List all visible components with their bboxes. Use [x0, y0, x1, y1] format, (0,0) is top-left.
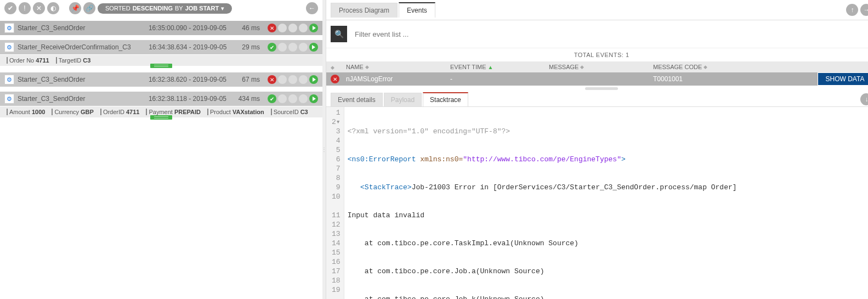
job-name: Starter_ReceiveOrderConfirmation_C3	[18, 43, 131, 51]
tab-process-diagram[interactable]: Process Diagram	[331, 3, 398, 18]
job-name: Starter_C3_SendOrder	[18, 95, 130, 103]
tag: Payment PREPAID	[144, 109, 203, 115]
ok-icon: ✔	[268, 94, 276, 103]
tag: Product VAXstation	[205, 109, 266, 115]
events-table: ◆ NAME ◆ EVENT TIME ▲ MESSAGE ◆ MESSAGE …	[326, 61, 868, 86]
tag: Amount 1000	[4, 109, 47, 115]
job-row[interactable]: ⚙Starter_C3_SendOrder16:32:38.620 - 2019…	[0, 72, 322, 87]
col-name[interactable]: NAME ◆	[346, 64, 450, 70]
play-icon[interactable]	[309, 75, 318, 84]
search-icon[interactable]: 🔍	[331, 26, 347, 42]
placeholder-icon	[288, 75, 297, 84]
job-row[interactable]: ⚙Starter_C3_SendOrder16:35:00.090 - 2019…	[0, 21, 322, 36]
job-row[interactable]: ⚙Starter_C3_SendOrder16:32:38.118 - 2019…	[0, 92, 322, 106]
play-icon[interactable]	[309, 43, 318, 52]
right-tabs: Process Diagram Events ↑ →	[326, 0, 868, 20]
clock-icon[interactable]: ◐	[47, 2, 59, 14]
placeholder-icon	[299, 94, 308, 103]
job-name: Starter_C3_SendOrder	[18, 24, 130, 32]
chevron-down-icon: ▾	[221, 5, 224, 12]
check-icon[interactable]: ✔	[4, 2, 16, 14]
tag: TargetID C3	[54, 57, 93, 64]
ok-icon: ✔	[268, 43, 276, 52]
tag: SourceID C3	[269, 109, 310, 115]
filter-row: 🔍	[326, 20, 868, 48]
job-time: 16:32:38.620 - 2019-09-05	[133, 76, 226, 83]
event-time: -	[450, 75, 549, 83]
horizontal-resize-handle[interactable]	[326, 86, 868, 91]
play-icon[interactable]	[309, 24, 318, 32]
show-data-button[interactable]: SHOW DATA	[818, 72, 868, 86]
placeholder-icon	[278, 75, 287, 84]
placeholder-icon	[278, 43, 287, 52]
job-list-panel: ✔ ! ✕ ◐ 📌 🔗 SORTED DESCENDING BY JOB STA…	[0, 0, 322, 299]
error-icon: ✕	[268, 75, 276, 84]
placeholder-icon	[288, 94, 297, 103]
job-duration: 29 ms	[230, 43, 260, 51]
sort-pill[interactable]: SORTED DESCENDING BY JOB START ▾	[98, 3, 232, 14]
job-duration: 434 ms	[230, 95, 260, 103]
expand-handle[interactable]	[150, 115, 172, 120]
play-icon[interactable]	[309, 94, 318, 103]
placeholder-icon	[299, 24, 308, 32]
events-header-row: ◆ NAME ◆ EVENT TIME ▲ MESSAGE ◆ MESSAGE …	[326, 61, 868, 72]
events-total: TOTAL EVENTS: 1	[326, 48, 868, 61]
event-panel: Process Diagram Events ↑ → 🔍 TOTAL EVENT…	[326, 0, 868, 299]
gear-icon: ⚙	[4, 75, 14, 84]
job-toolbar: ✔ ! ✕ ◐ 📌 🔗 SORTED DESCENDING BY JOB STA…	[0, 0, 322, 16]
close-icon[interactable]: ✕	[33, 2, 45, 14]
gear-icon: ⚙	[4, 94, 14, 104]
expand-handle[interactable]	[150, 64, 172, 68]
error-icon: ✕	[268, 24, 276, 32]
placeholder-icon	[278, 94, 287, 103]
filter-input[interactable]	[351, 27, 868, 42]
job-row[interactable]: ⚙Starter_ReceiveOrderConfirmation_C316:3…	[0, 40, 322, 55]
placeholder-icon	[288, 24, 297, 32]
stacktrace-code[interactable]: 12▾345678910111213141516171819 <?xml ver…	[326, 107, 868, 299]
nav-right-icon[interactable]: →	[860, 4, 868, 16]
job-duration: 67 ms	[230, 76, 260, 83]
placeholder-icon	[288, 43, 297, 52]
event-name: nJAMSLogError	[346, 75, 450, 83]
placeholder-icon	[278, 24, 287, 32]
chain-icon[interactable]: 🔗	[83, 2, 95, 14]
nav-up-icon[interactable]: ↑	[846, 4, 858, 16]
job-duration: 46 ms	[230, 24, 260, 32]
line-gutter: 12▾345678910111213141516171819	[326, 107, 344, 299]
pin-icon[interactable]: 📌	[69, 2, 81, 14]
exclamation-icon[interactable]: !	[19, 2, 31, 14]
placeholder-icon	[299, 43, 308, 52]
detail-tabs: Event details Payload Stacktrace ↓	[326, 91, 868, 107]
tab-events[interactable]: Events	[399, 2, 435, 18]
back-icon[interactable]: ←	[306, 2, 318, 14]
placeholder-icon	[299, 75, 308, 84]
job-time: 16:35:00.090 - 2019-09-05	[133, 24, 226, 32]
gear-icon: ⚙	[4, 42, 14, 52]
collapse-icon[interactable]: ↓	[860, 93, 868, 105]
tag: OrderID 4711	[98, 109, 142, 115]
tab-payload: Payload	[384, 93, 422, 106]
tab-event-details[interactable]: Event details	[331, 93, 383, 106]
col-time[interactable]: EVENT TIME ▲	[450, 64, 549, 70]
job-time: 16:32:38.118 - 2019-09-05	[133, 95, 226, 103]
gear-icon: ⚙	[4, 23, 14, 33]
job-name: Starter_C3_SendOrder	[18, 76, 130, 83]
tab-stacktrace[interactable]: Stacktrace	[423, 92, 468, 106]
event-code: T0001001	[653, 75, 807, 83]
tag: Order No 4711	[4, 57, 52, 64]
tag: Currency GBP	[49, 109, 95, 115]
col-message-code[interactable]: MESSAGE CODE ◆	[653, 64, 807, 70]
col-message[interactable]: MESSAGE ◆	[549, 64, 653, 70]
event-row[interactable]: ✕ nJAMSLogError - T0001001 SHOW DATA	[326, 72, 868, 86]
code-content[interactable]: <?xml version="1.0" encoding="UTF-8"?> <…	[344, 107, 868, 299]
job-time: 16:34:38.634 - 2019-09-05	[134, 43, 227, 51]
error-icon: ✕	[331, 75, 339, 83]
